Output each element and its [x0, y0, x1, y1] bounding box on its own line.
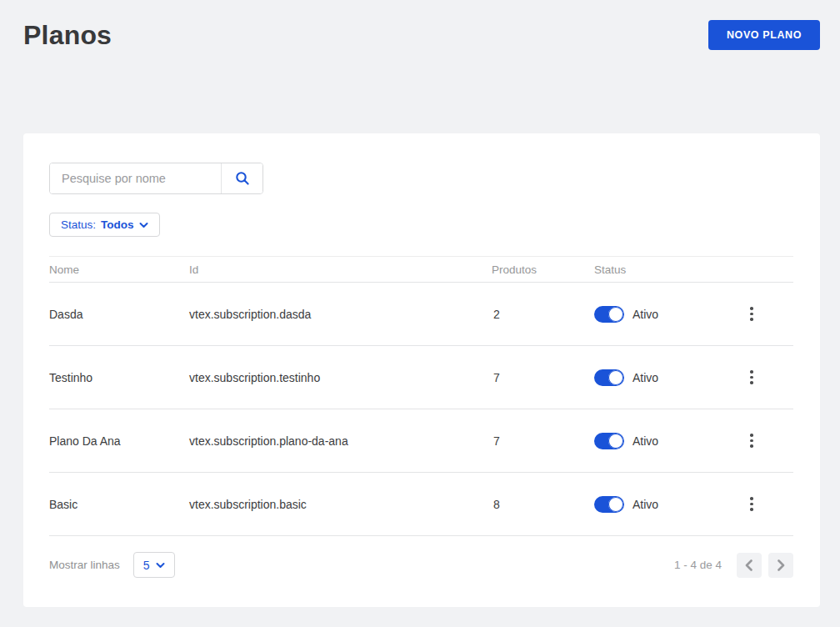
cell-actions: [740, 302, 793, 326]
column-header-produtos: Produtos: [492, 263, 594, 276]
chevron-right-icon: [777, 559, 785, 571]
table-row[interactable]: Basic vtex.subscription.basic 8 Ativo: [49, 473, 793, 536]
cell-produtos: 7: [492, 434, 594, 448]
cell-id: vtex.subscription.plano-da-ana: [189, 434, 492, 448]
toggle-knob: [608, 497, 623, 512]
filter-row: Status: Todos: [49, 213, 793, 237]
status-label: Ativo: [632, 434, 658, 448]
cell-nome: Dasda: [49, 308, 189, 321]
status-label: Ativo: [632, 308, 658, 321]
cell-status: Ativo: [594, 306, 740, 323]
toggle-knob: [608, 307, 623, 322]
cell-actions: [740, 365, 793, 389]
cell-id: vtex.subscription.dasda: [189, 308, 492, 321]
next-page-button[interactable]: [768, 553, 793, 578]
cell-produtos: 8: [492, 498, 594, 511]
page-header: Planos NOVO PLANO: [23, 0, 820, 53]
cell-nome: Basic: [49, 498, 189, 511]
cell-status: Ativo: [594, 369, 740, 386]
cell-actions: [740, 492, 793, 516]
table-header-row: Nome Id Produtos Status: [49, 256, 793, 283]
cell-produtos: 7: [492, 371, 594, 384]
page: Planos NOVO PLANO Status: Todos: [0, 0, 840, 607]
status-filter-value: Todos: [101, 218, 134, 231]
cell-id: vtex.subscription.testinho: [189, 371, 492, 384]
rows-per-page-select[interactable]: 5: [133, 552, 175, 578]
rows-per-page-label: Mostrar linhas: [49, 559, 120, 571]
cell-status: Ativo: [594, 433, 740, 449]
column-header-nome: Nome: [49, 263, 189, 276]
cell-nome: Plano Da Ana: [49, 434, 189, 448]
chevron-down-icon: [139, 222, 148, 228]
toggle-knob: [608, 434, 623, 449]
novo-plano-button[interactable]: NOVO PLANO: [708, 20, 820, 50]
kebab-menu-icon[interactable]: [743, 302, 760, 326]
search-button[interactable]: [221, 163, 262, 193]
search-input[interactable]: [50, 163, 221, 193]
cell-actions: [740, 429, 793, 453]
table-row[interactable]: Dasda vtex.subscription.dasda 2 Ativo: [49, 283, 793, 346]
plans-table: Nome Id Produtos Status Dasda vtex.subsc…: [49, 256, 793, 536]
table-row[interactable]: Plano Da Ana vtex.subscription.plano-da-…: [49, 409, 793, 473]
column-header-status: Status: [594, 263, 740, 276]
kebab-menu-icon[interactable]: [743, 365, 760, 389]
chevron-down-icon: [156, 562, 165, 569]
rows-per-page-value: 5: [143, 559, 150, 572]
toggle-knob: [608, 370, 623, 385]
chevron-left-icon: [745, 559, 753, 571]
status-filter-label: Status:: [61, 218, 96, 231]
pagination-range: 1 - 4 de 4: [674, 559, 722, 571]
cell-produtos: 2: [492, 308, 594, 321]
status-label: Ativo: [632, 498, 658, 511]
page-title: Planos: [23, 20, 112, 51]
plans-card: Status: Todos Nome Id Produtos Status Da…: [23, 133, 820, 607]
cell-status: Ativo: [594, 496, 740, 513]
search-bar: [49, 163, 263, 194]
status-toggle[interactable]: [594, 433, 624, 449]
kebab-menu-icon[interactable]: [743, 492, 760, 516]
status-toggle[interactable]: [594, 496, 624, 513]
column-header-id: Id: [189, 263, 492, 276]
status-toggle[interactable]: [594, 306, 624, 323]
table-footer: Mostrar linhas 5 1 - 4 de 4: [49, 552, 793, 578]
kebab-menu-icon[interactable]: [743, 429, 760, 453]
status-filter-chip[interactable]: Status: Todos: [49, 213, 160, 237]
cell-id: vtex.subscription.basic: [189, 498, 492, 511]
cell-nome: Testinho: [49, 371, 189, 384]
status-label: Ativo: [632, 371, 658, 384]
table-row[interactable]: Testinho vtex.subscription.testinho 7 At…: [49, 346, 793, 409]
search-icon: [235, 171, 250, 186]
previous-page-button[interactable]: [737, 553, 762, 578]
status-toggle[interactable]: [594, 369, 624, 386]
